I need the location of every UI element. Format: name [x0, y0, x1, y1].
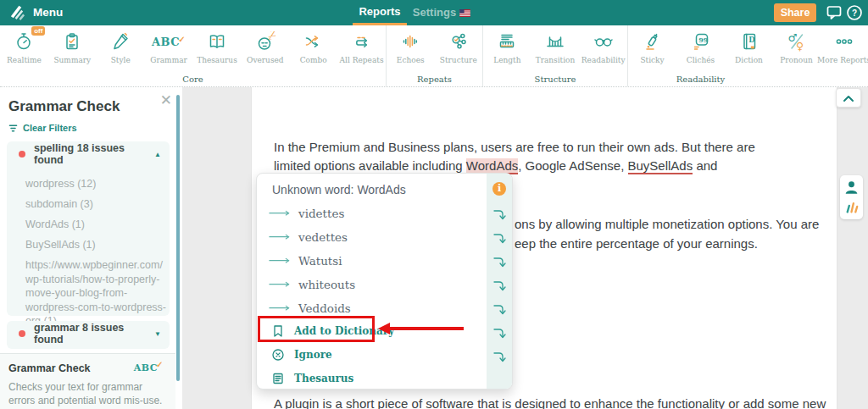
- pen-icon: [109, 30, 131, 53]
- long-arrow-icon: [269, 257, 292, 264]
- toolbar-item-realtime[interactable]: off Realtime: [0, 30, 48, 64]
- apply-suggestion-icon[interactable]: [492, 207, 506, 221]
- toolbar-item-length[interactable]: Length: [483, 30, 531, 64]
- issue-filter-wordpress[interactable]: wordpress (12): [25, 177, 170, 191]
- svg-text:D: D: [748, 36, 755, 44]
- toolbar-item-echoes[interactable]: Echoes: [387, 30, 435, 64]
- report-info-title: Grammar Check: [8, 362, 91, 374]
- filter-icon: [8, 124, 18, 133]
- paragraph-plugin: A plugin is a short piece of software th…: [274, 395, 816, 409]
- sound-waves-icon: [399, 30, 421, 53]
- toolbar-item-summary[interactable]: Summary: [48, 30, 97, 64]
- toolbar-group-label-core: Core: [0, 75, 386, 84]
- suggestion-videttes[interactable]: videttes: [257, 202, 486, 225]
- dictionary-book-icon: D: [738, 30, 760, 53]
- sidebar-scrollbar[interactable]: [176, 95, 180, 381]
- fragment-line: eep the entire percentage of your earnin…: [515, 234, 819, 253]
- ignore-button[interactable]: Ignore: [257, 343, 486, 367]
- toolbar-item-style[interactable]: Style: [97, 30, 145, 64]
- long-arrow-icon: [269, 304, 292, 312]
- glasses-icon: [593, 30, 615, 53]
- us-flag-icon: [459, 9, 470, 17]
- issue-dot-icon: [19, 151, 25, 158]
- stats-chart-icon[interactable]: [844, 200, 859, 214]
- long-arrow-icon: [269, 280, 292, 288]
- scroll-to-top-button[interactable]: [836, 88, 861, 108]
- gender-symbols-icon: ♂♀: [786, 30, 808, 53]
- bridge-icon: [544, 30, 566, 53]
- toolbar-item-grammar[interactable]: ABC✓ Grammar: [145, 30, 193, 64]
- chat-icon[interactable]: [826, 4, 843, 21]
- collapse-caret-icon[interactable]: ▲: [154, 151, 161, 158]
- apply-suggestion-icon[interactable]: [492, 350, 506, 363]
- svg-text:Z: Z: [270, 31, 275, 38]
- suggestion-whiteouts[interactable]: whiteouts: [257, 273, 486, 296]
- grammar-section-header[interactable]: grammar 8 issues found ▼: [7, 321, 170, 346]
- toolbar-group-repeats: Echoes Structure Repeats: [387, 25, 483, 86]
- toolbar-group-label-structure: Structure: [483, 75, 627, 84]
- toolbar-group-label-readability: Readability: [628, 75, 773, 84]
- info-icon[interactable]: i: [492, 182, 506, 196]
- sleepy-face-icon: zZ: [254, 30, 276, 53]
- open-book-icon: [206, 30, 228, 53]
- paragraph-monetization-fragment: ons by allowing multiple monetization op…: [515, 214, 819, 253]
- toolbar-item-structure-repeats[interactable]: Structure: [435, 30, 483, 64]
- top-bar: Menu Reports Settings Share ?: [0, 0, 868, 25]
- spelling-issues-section: spelling 18 issues found ▲ wordpress (12…: [7, 141, 170, 316]
- sidebar-title: Grammar Check: [8, 98, 120, 115]
- brand[interactable]: Menu: [8, 3, 63, 21]
- toolbar-item-pronoun[interactable]: ♂♀ Pronoun: [773, 30, 820, 64]
- issue-filter-buysellads[interactable]: BuySellAds (1): [25, 238, 170, 252]
- app-logo-icon: [8, 3, 26, 21]
- tab-settings[interactable]: Settings: [412, 0, 471, 25]
- share-button[interactable]: Share: [774, 3, 816, 22]
- svg-text:?: ?: [852, 8, 857, 18]
- expand-caret-icon[interactable]: ▼: [154, 330, 161, 338]
- user-icon[interactable]: [844, 180, 859, 195]
- apply-suggestion-icon[interactable]: [492, 255, 506, 268]
- toolbar-item-readability[interactable]: Readability: [579, 30, 627, 64]
- spelling-suggestion-popup: Unknown word: WordAds i videttes vedette…: [256, 173, 513, 390]
- lined-book-icon: [271, 372, 285, 385]
- thesaurus-button[interactable]: Thesaurus: [257, 367, 486, 390]
- apply-suggestion-icon[interactable]: [492, 302, 506, 316]
- abc-check-icon: ABC✓: [134, 360, 164, 373]
- toolbar-item-overused[interactable]: zZ Overused: [241, 30, 289, 64]
- toolbar-item-cliches[interactable]: 99 Clichés: [676, 30, 725, 64]
- toolbar-group-extra: ♂♀ Pronoun More Reports: [773, 25, 868, 86]
- annotation-highlight-box: [258, 316, 375, 342]
- toolbar-item-thesaurus[interactable]: Thesaurus: [193, 30, 242, 64]
- help-icon[interactable]: ?: [846, 4, 863, 21]
- issue-filter-url[interactable]: https://www.wpbeginner.com/wp-tutorials/…: [25, 258, 170, 329]
- issue-dot-icon: [19, 330, 25, 337]
- ellipsis-icon: [833, 30, 855, 53]
- spelling-section-header[interactable]: spelling 18 issues found ▲: [7, 141, 170, 167]
- tab-reports-label: Reports: [359, 5, 400, 18]
- apply-suggestion-icon[interactable]: [492, 326, 506, 340]
- close-icon[interactable]: ✕: [160, 93, 172, 108]
- prowritingaid-app: Menu Reports Settings Share ?: [0, 0, 868, 409]
- toolbar-item-all-repeats[interactable]: All Repeats: [337, 30, 386, 64]
- clear-filters-button[interactable]: Clear Filters: [8, 123, 77, 133]
- grammar-issues-section: grammar 8 issues found ▼: [7, 321, 170, 349]
- issue-filter-wordads[interactable]: WordAds (1): [25, 218, 170, 232]
- spelling-issue-buysellads[interactable]: BuySellAds: [628, 158, 693, 174]
- toolbar-item-transition[interactable]: Transition: [531, 30, 580, 64]
- issue-filter-subdomain[interactable]: subdomain (3): [25, 197, 170, 212]
- menu-button[interactable]: Menu: [33, 6, 63, 19]
- node-graph-icon: [448, 30, 470, 53]
- text-segment: , Google AdSense,: [518, 158, 627, 173]
- tab-reports[interactable]: Reports: [353, 0, 407, 25]
- apply-suggestion-icon[interactable]: [492, 231, 506, 245]
- apply-suggestion-icon[interactable]: [492, 279, 506, 292]
- toolbar-item-sticky[interactable]: Sticky: [628, 30, 676, 64]
- suggestion-watutsi[interactable]: Watutsi: [257, 249, 486, 273]
- toolbar-item-diction[interactable]: D Diction: [725, 30, 773, 64]
- repeat-arrows-icon: [351, 30, 373, 53]
- quote-bubble-icon: 99: [690, 30, 712, 53]
- circle-x-icon: [271, 348, 285, 362]
- toolbar-item-combo[interactable]: Combo: [289, 30, 337, 64]
- long-arrow-icon: [269, 209, 292, 217]
- suggestion-vedettes[interactable]: vedettes: [257, 225, 486, 249]
- toolbar-item-more-reports[interactable]: More Reports: [820, 30, 868, 64]
